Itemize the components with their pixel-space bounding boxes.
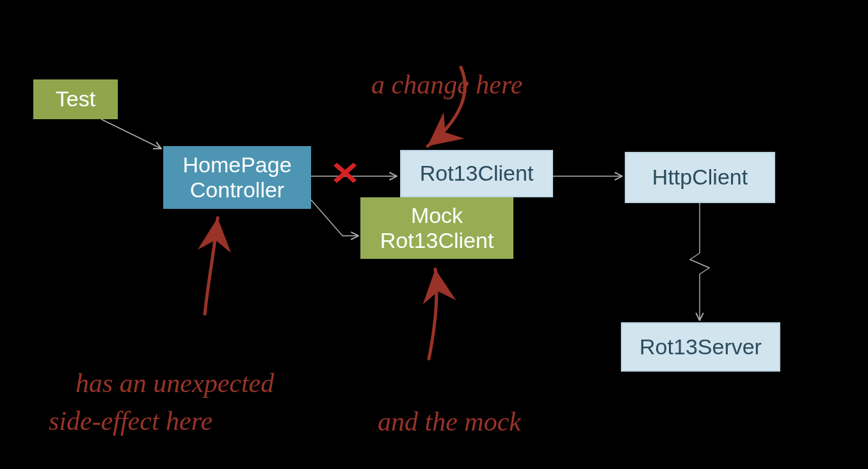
box-rot13server-label: Rot13Server: [639, 334, 762, 359]
box-mock-label: Mock Rot13Client: [380, 203, 494, 253]
box-test-label: Test: [56, 86, 95, 111]
svg-line-0: [101, 119, 161, 149]
annotation-mock-hides: and the mock hides it 😢: [351, 365, 521, 469]
diagram-canvas: Test HomePage Controller Rot13Client Moc…: [0, 0, 868, 469]
annotation-side-effect-text: has an unexpected side-effect here: [49, 368, 274, 436]
box-rot13client-label: Rot13Client: [420, 161, 534, 186]
box-rot13client: Rot13Client: [400, 150, 553, 197]
box-test: Test: [33, 79, 118, 119]
annotation-side-effect: has an unexpected side-effect here: [49, 327, 274, 469]
box-httpclient-label: HttpClient: [652, 165, 748, 190]
x-mark-glyph: ✕: [330, 156, 360, 192]
annotation-mock-line1: and the mock: [378, 407, 521, 436]
box-homepage-controller: HomePage Controller: [163, 146, 311, 209]
box-mock-rot13client: Mock Rot13Client: [360, 197, 513, 259]
box-homepage-label: HomePage Controller: [182, 152, 291, 202]
box-rot13server: Rot13Server: [621, 322, 780, 372]
x-mark-icon: ✕: [330, 155, 360, 192]
box-httpclient: HttpClient: [625, 152, 775, 203]
annotation-change-text: a change here: [371, 70, 522, 99]
annotation-change-here: a change here: [344, 28, 522, 141]
